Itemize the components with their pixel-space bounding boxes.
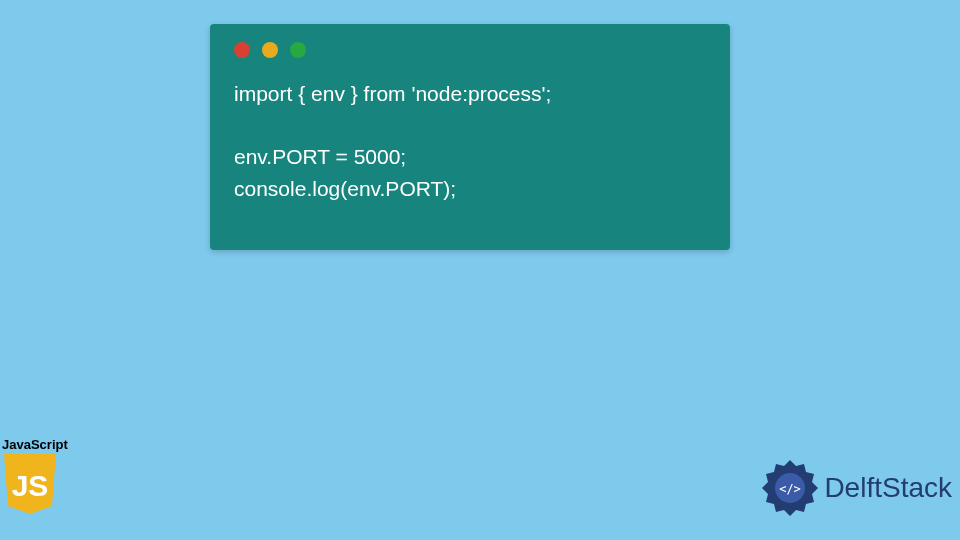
code-line: console.log(env.PORT); <box>234 177 456 200</box>
window-controls <box>234 42 706 58</box>
delftstack-logo: </> DelftStack <box>760 458 952 518</box>
svg-text:</>: </> <box>780 482 802 496</box>
maximize-icon <box>290 42 306 58</box>
code-line: import { env } from 'node:process'; <box>234 82 551 105</box>
javascript-badge: JavaScript JS <box>2 437 68 516</box>
javascript-shield-icon: JS <box>2 454 58 516</box>
code-block: import { env } from 'node:process'; env.… <box>234 78 706 204</box>
javascript-label: JavaScript <box>2 437 68 452</box>
minimize-icon <box>262 42 278 58</box>
js-shield-text: JS <box>12 469 49 502</box>
code-line: env.PORT = 5000; <box>234 145 406 168</box>
delftstack-gear-icon: </> <box>760 458 820 518</box>
delftstack-brand-text: DelftStack <box>824 472 952 504</box>
close-icon <box>234 42 250 58</box>
code-window: import { env } from 'node:process'; env.… <box>210 24 730 250</box>
